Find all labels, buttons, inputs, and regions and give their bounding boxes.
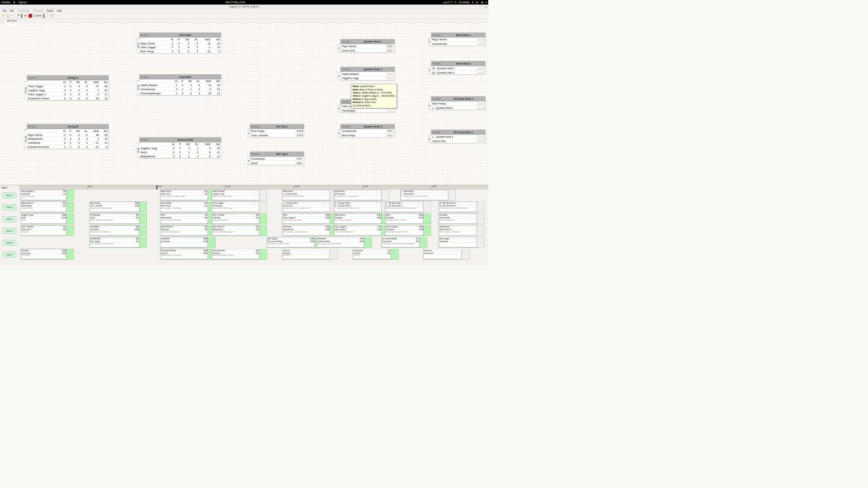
tool-hand-icon[interactable]: ✋ [1,14,5,18]
schedule-match[interactable]: Rigor Mortis5|5Seven Sins3|1HaWu Allstar… [160,190,208,200]
activities-label[interactable]: Activities [2,1,11,4]
schedule-match[interactable]: Bob Jugger5|1|5Die Leere Menge1|5|2Liked… [267,237,315,247]
schedule-match[interactable]: Skull4|5|5Schergen5|3|3Schergen & Grün. … [385,214,423,224]
field-label[interactable]: Field 1 [0,189,19,201]
network-icon[interactable]: ⋔ [472,1,474,4]
menubar: File Edit Tournament Simulation Export H… [0,9,488,13]
tool-edit-chart-icon[interactable]: 📈 [45,14,49,18]
first-abc-box[interactable]: RR-dif Bo3à5First ABC MPSDSLSklDSklRigor… [139,33,221,54]
schedule-match[interactable]: Gott AGPiranhasPiranhas [282,249,330,259]
group-a-box[interactable]: RR-h2h Bo2à5Group A MPSDSLSklDSklFalco J… [27,75,109,100]
second-abc-box[interactable]: RR-dif Bo3à5Second ABC MPSDSLSklDSklJugg… [139,137,221,158]
menu-file[interactable]: File [1,9,8,13]
sf1-box[interactable]: vs Bo3à5Semi-final 1 Rigor Mortis- - -Zo… [431,33,485,46]
schedule-match[interactable]: W - Quarter-final 2W - Quarter-final 3L … [334,202,381,212]
field-label[interactable]: Field 4 [0,225,19,237]
schedule-match[interactable]: L - Semi-final 1L - Semi-final 2W - Semi… [400,190,448,200]
sound-icon[interactable]: 🔊 [476,1,478,4]
schedule-match[interactable]: Fischköppe5|5Skull!0|0HaWu AllstarZ & Zo… [90,214,139,224]
bracket-canvas[interactable]: RR-h2h Bo2à5Group A MPSDSLSklDSklFalco J… [0,23,488,185]
close-icon[interactable]: × [486,5,487,8]
connector-rr-h2h: RR-h2h [24,81,27,100]
schedule-match[interactable]: Skull4|5|9Falco Jugger 25|3|2Nachtwache … [282,214,330,224]
schedule-match[interactable]: Knautschis1|3Gott AG5|5Gott AG [353,249,391,259]
schedule-match[interactable]: Likedeeler5|4|1Goldene Peiter2|5|5Bob Ju… [317,237,364,247]
schedule-match[interactable]: Nachtwache5|1|2Schergen3|5|5Skull & Falc… [334,214,381,224]
tool-grid-light-icon[interactable]: ▦ [23,14,27,18]
schedule-match[interactable]: Rigor Mortis 25|5Blutgrätsche2|2Likedeel… [212,225,259,236]
schedule-match[interactable]: NachtwacheRigor Mortis 2Falco Jugger 2 &… [439,225,477,236]
schedule-match[interactable]: Zonenkinder5|5Blue Fangs1|1Falco Jugger … [160,202,208,212]
field-label[interactable]: Field 2 [0,201,19,213]
field-label[interactable]: Field 5 [0,237,19,249]
field-label[interactable]: Field 3 [0,213,19,225]
r5-sf2-box[interactable]: vs Bo3à5R5 Semi-final 2 L - Quarter-fina… [431,130,485,144]
schedule-match[interactable]: L - R5 Semi-final 1L - R5 Semi-final 2W-… [385,202,423,212]
power-icon[interactable]: ⏻ [481,1,484,4]
schedule-match[interactable]: Likedeeler3|5|5Knautschis5|1|0 [160,237,208,247]
menu-chevron-icon[interactable]: ▾ [486,1,487,4]
window-title: Tugeny 1.4 - BJP19_ende.tur [229,5,259,8]
schedule-match[interactable]: HaWu AllstarZJugglers JuggRigor Mortis &… [212,190,259,200]
tool-pin-icon[interactable]: 📌 [16,14,20,18]
first-def-box[interactable]: RR-dif Bo3à5First DEF MPSDSLSklDSklHaWu … [139,74,221,95]
r5-sf1-box[interactable]: vs Bo3à5R5 Semi-final 1 Blue Fangs- - -L… [431,96,485,110]
schedule-match[interactable]: Rigor Mortis 25|5Nachtwache2|2Goldene Pe… [21,202,66,212]
schedule-match[interactable]: Die Leere Menge2|5|5Gott AG5|3|1Goldene … [160,249,208,259]
menu-export[interactable]: Export [45,9,55,13]
schedule-match[interactable]: Skull1|3Nachtwache5|5Grün. Guerilla & Ch… [160,214,208,224]
schedule-match[interactable]: Falco Jugger 25|5Likedeeler1|1Die Leere … [21,190,66,200]
app-name[interactable]: Tugeny ▾ [18,1,27,4]
zoom-select[interactable]: 133% ▾ [33,14,42,18]
schedule-match[interactable]: Rigor Mortis 23|3Schergen5|5Likedeeler &… [160,225,208,236]
schedule-match[interactable]: Likedeeler5|5Chimaera4|5|5Rigor Mortis 2… [90,225,139,236]
tool-stop-icon[interactable]: 🚫 [50,14,54,18]
rel-top-2-box[interactable]: vs Bo3à5Rel Top 2 Fischköppe5 5 -Skull!0… [250,151,304,165]
schedule-match[interactable]: Jugglers Jugg3|5|5Skull!5|1|4Skull! [21,214,66,224]
tool-paste-icon[interactable]: 📋 [6,14,10,18]
menu-simulation: Simulation [31,9,45,13]
qf4-box[interactable]: vs Bo3à5Quarter-final 4 Zonenkinder5 5 -… [340,124,395,138]
schedule-match[interactable]: Nachtwache5|5Bob Jugger1|2Falco Jugger 2… [90,237,139,247]
schedule-match[interactable]: Blue Fangs5|3|5Grün. Guerilla1|5|4Rigor … [90,202,139,212]
menu-tournament: Tournament [16,9,31,13]
tab-bjp-2017[interactable]: BJP 2017 [5,19,20,23]
schedule-match[interactable]: Rigor MortisZonenkinderBlue Fangs & L - … [334,190,381,200]
tool-grid-red-icon[interactable]: ▦ [28,14,32,18]
schedule-match[interactable]: Grün. Guerilla5|5Chimaera2|1Skull & Nach… [212,214,259,224]
clock: Wed 15 May, 22:05 [27,1,443,4]
add-tab-button[interactable]: + [0,19,4,23]
schedule-match[interactable]: W - R5 Semi-final 1W - R5 Semi-final 2L-… [439,202,477,212]
sf2-box[interactable]: vs Bo3à5Semi-final 2 W - Quarter-final 2… [431,61,485,75]
schedule-match[interactable]: Piranhas5|3|5Knautschis2|5|2Bob Jugger [21,249,66,259]
group-b-box[interactable]: RR-h2h Bo2à5Group B MPSDSLSklDSklRigor M… [27,124,109,149]
menu-edit[interactable]: Edit [8,9,15,13]
schedule-match[interactable]: PiranhasKnautschis [423,249,462,259]
schedule-match[interactable]: Blue FangsL - Quarter-final 2Rigor Morti… [282,190,330,200]
tool-cut-icon[interactable]: ✂ [11,14,15,18]
schedule-match[interactable]: Goldene Peiter5|5Piranhas2|3Die Leere Me… [212,249,259,259]
menu-help[interactable]: Help [55,9,63,13]
weather: ☁ 9.3 °C [443,1,452,4]
schedule-match[interactable]: SchergenNachtwacheSkull & Blutgrätsche [439,214,477,224]
match-tooltip: Name: Quarter-final 2 Mode: Best of Thre… [351,84,397,108]
telegram-icon[interactable]: ✈ [455,1,457,4]
timeline-ruler[interactable]: 9:00 10:00 11:00 12:00 13:00 14:00 [19,185,488,189]
rel-top-1-box[interactable]: vs Bo3à5Rel Top 1 Blue Fangs5 3 5Grün. G… [250,124,304,138]
no-activity: No activity [459,1,469,4]
qf2-box[interactable]: vs Bo3à5Quarter-final 2 HaWu AllstarZ- -… [340,67,395,81]
window-titlebar: Tugeny 1.4 - BJP19_ende.tur × [0,5,488,9]
schedule-match[interactable]: L - Quarter-final 3Seven SinsQuarter-fin… [282,202,330,212]
field-label[interactable]: Field 6 [0,249,19,261]
os-topbar: Activities 🐧 Tugeny ▾ Wed 15 May, 22:05 … [0,0,488,5]
schedule-match[interactable]: Chimaera2|5|2Blutgrätsche5|4|5Falco Jugg… [282,225,330,236]
schedule-match[interactable]: Grün. Guerilla1|1Seven Sins5|5Schergen [21,225,66,236]
schedule-match[interactable]: Falco Jugger 25|3|5Chimaera1|5|3Nachtwac… [385,225,423,236]
toolbar: ✋ 📋 ✂ 📌 ▦ ▦ 133% ▾ 📈 🚫 [0,13,488,19]
schedule-match[interactable]: Die Leere Menge2|1Knautschis5|5Bob Jugge… [381,237,420,247]
schedule-match[interactable]: Falco Jugger 25|5Rigor Mortis 21|1|3Chim… [334,225,381,236]
day-label[interactable]: Day 1 [0,185,19,189]
schedule-match[interactable]: Falco JuggerFischköppeZonenkinder & Blue… [212,202,259,212]
qf1-box[interactable]: vs Bo3à5Quarter-final 1 Rigor Mortis5 5 … [340,39,395,53]
schedule-match[interactable]: Bob JuggerLikedeeler [439,237,477,247]
